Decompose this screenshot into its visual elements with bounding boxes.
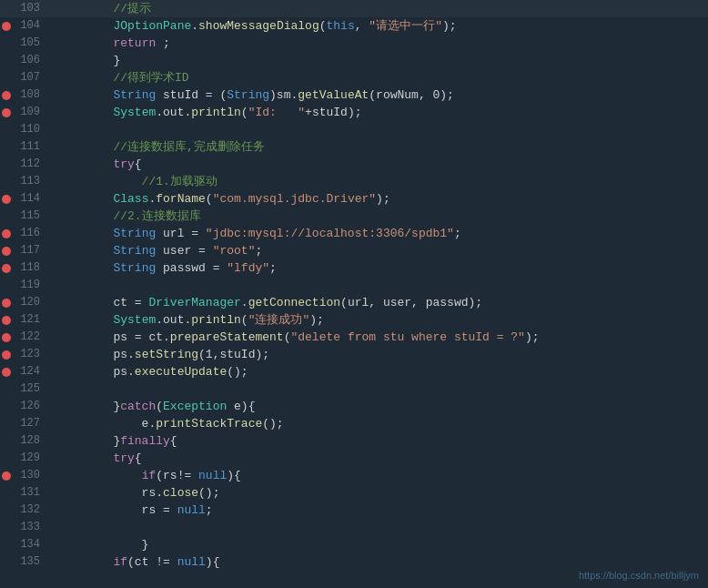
table-row: 129 try{ [0, 450, 708, 467]
token-plain: { [170, 434, 177, 448]
table-row: 115 //2.连接数据库 [0, 208, 708, 225]
table-row: 120 ct = DriverManager.getConnection(url… [0, 294, 708, 311]
table-row: 125 [0, 380, 708, 398]
token-plain: . [241, 296, 248, 309]
token-comment: //连接数据库,完成删除任务 [56, 140, 265, 154]
watermark: https://blog.csdn.net/billjym [579, 570, 699, 581]
line-content: JOptionPane.showMessageDialog(this, "请选中… [47, 17, 708, 35]
token-plain: passwd = [156, 261, 227, 275]
line-content: //得到学术ID [47, 69, 708, 86]
line-number: 104 [15, 17, 40, 35]
token-kw2: try [113, 157, 134, 171]
token-plain: ( [156, 400, 163, 413]
token-method: showMessageDialog [198, 19, 319, 33]
token-class-name: JOptionPane [113, 19, 191, 33]
line-content: rs.close(); [47, 484, 708, 502]
line-number: 135 [15, 553, 40, 571]
line-content: System.out.println("连接成功"); [47, 311, 708, 329]
token-plain [56, 469, 142, 482]
table-row: 110 [0, 121, 708, 138]
error-dot-icon [2, 299, 11, 308]
token-plain: +stuId); [305, 106, 361, 119]
token-string: "连接成功" [248, 313, 310, 327]
token-plain: } [56, 538, 148, 552]
token-plain: ); [525, 330, 540, 344]
line-content: //2.连接数据库 [47, 208, 708, 225]
line-content: String url = "jdbc:mysql://localhost:330… [47, 225, 708, 242]
token-plain: ); [309, 313, 324, 327]
table-row: 131 rs.close(); [0, 484, 708, 502]
token-class-name: Class [113, 192, 148, 206]
token-plain [56, 261, 113, 275]
token-class-name: System [113, 106, 156, 119]
line-number: 121 [15, 311, 40, 329]
line-content: String user = "root"; [47, 242, 708, 259]
token-kw2: if [113, 555, 127, 569]
line-content: e.printStackTrace(); [47, 415, 708, 432]
error-dot-icon [2, 91, 11, 100]
line-content: if(ct != null){ [47, 553, 708, 571]
line-content: String stuId = (String)sm.getValueAt(row… [47, 86, 708, 104]
error-dot-icon [2, 108, 11, 117]
token-plain: ( [206, 192, 213, 206]
token-kw2: finally [120, 434, 170, 448]
line-number: 114 [15, 190, 40, 208]
token-plain [56, 157, 113, 171]
error-dot-icon [2, 368, 11, 377]
line-number: 105 [15, 35, 40, 52]
line-number: 119 [15, 277, 40, 294]
token-class-name: System [113, 313, 156, 327]
token-plain: (ct != [127, 555, 177, 569]
token-kw: String [227, 88, 269, 102]
error-dot-icon [2, 195, 11, 204]
token-plain: ); [442, 19, 457, 33]
line-number: 117 [15, 242, 40, 259]
token-kw: String [113, 261, 156, 275]
line-content: } [47, 536, 708, 553]
table-row: 127 e.printStackTrace(); [0, 415, 708, 432]
token-kw: String [113, 227, 156, 240]
line-content: }finally{ [47, 432, 708, 450]
line-content: System.out.println("Id: "+stuId); [47, 104, 708, 121]
token-plain: url = [156, 227, 206, 240]
line-number: 116 [15, 225, 40, 242]
table-row: 122 ps = ct.prepareStatement("delete fro… [0, 329, 708, 346]
line-content: return ; [47, 35, 708, 52]
token-plain: } [56, 434, 120, 448]
token-plain: ; [206, 503, 213, 517]
line-content: ps = ct.prepareStatement("delete from st… [47, 329, 708, 346]
token-plain: ps. [56, 348, 135, 361]
table-row: 105 return ; [0, 35, 708, 52]
table-row: 118 String passwd = "lfdy"; [0, 259, 708, 277]
line-number: 112 [15, 156, 40, 173]
token-plain [56, 555, 113, 569]
line-number: 123 [15, 346, 40, 363]
token-plain: (); [198, 486, 219, 500]
token-plain: .out. [156, 313, 191, 327]
error-dot-icon [2, 471, 11, 481]
token-method: setString [135, 348, 198, 361]
table-row: 128 }finally{ [0, 432, 708, 450]
token-plain [56, 88, 113, 102]
line-number: 120 [15, 294, 40, 311]
error-dot-icon [2, 247, 11, 256]
table-row: 135 if(ct != null){ [0, 553, 708, 571]
token-plain: ); [376, 192, 390, 206]
line-content: Class.forName("com.mysql.jdbc.Driver"); [47, 190, 708, 208]
token-kw2: try [113, 451, 134, 465]
token-comment: //2.连接数据库 [56, 209, 201, 223]
table-row: 133 [0, 519, 708, 536]
token-plain [56, 192, 113, 206]
token-plain: { [135, 157, 142, 171]
token-method: close [163, 486, 198, 500]
line-number: 127 [15, 415, 40, 432]
token-plain: ct = [56, 296, 148, 309]
token-kw: null [177, 503, 206, 517]
line-number: 122 [15, 329, 40, 346]
table-row: 134 } [0, 536, 708, 553]
token-comment: //得到学术ID [56, 71, 189, 85]
line-number: 130 [15, 467, 40, 484]
token-plain [56, 106, 113, 119]
token-plain [56, 19, 113, 33]
token-plain: stuId = ( [156, 88, 227, 102]
